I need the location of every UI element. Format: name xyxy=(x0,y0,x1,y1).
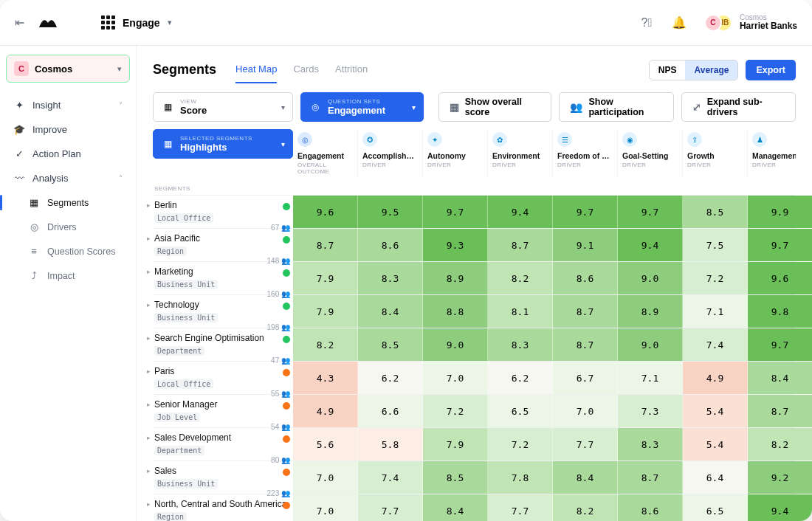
heatmap-cell[interactable]: 8.7 xyxy=(618,461,683,494)
heatmap-cell[interactable]: 6.5 xyxy=(683,494,748,521)
heatmap-cell[interactable]: 9.7 xyxy=(748,229,812,261)
heatmap-cell[interactable]: 7.3 xyxy=(618,395,683,427)
heatmap-cell[interactable]: 7.2 xyxy=(488,428,553,460)
heatmap-cell[interactable]: 8.7 xyxy=(553,295,618,328)
column-header[interactable]: ⇧GrowthDRIVER xyxy=(683,129,748,178)
segment-label[interactable]: ▸SalesBusiness Unit223 👥 xyxy=(153,461,293,494)
heatmap-cell[interactable]: 8.4 xyxy=(423,494,488,521)
nav-impact[interactable]: ⤴Impact xyxy=(6,263,130,288)
heatmap-cell[interactable]: 6.4 xyxy=(683,461,748,494)
column-header[interactable]: ◉Goal-SettingDRIVER xyxy=(618,129,683,178)
column-header[interactable]: ✦AutonomyDRIVER xyxy=(423,129,488,178)
heatmap-cell[interactable]: 5.6 xyxy=(293,428,358,460)
heatmap-cell[interactable]: 9.4 xyxy=(488,196,553,228)
column-header[interactable]: ♟Management SupportDRIVER xyxy=(748,129,796,178)
heatmap-cell[interactable]: 9.7 xyxy=(748,328,812,361)
heatmap-cell[interactable]: 7.7 xyxy=(358,494,423,521)
heatmap-cell[interactable]: 7.9 xyxy=(423,428,488,460)
heatmap-cell[interactable]: 9.4 xyxy=(618,229,683,261)
segment-label[interactable]: ▸ParisLocal Office55 👥 xyxy=(153,362,293,394)
heatmap-cell[interactable]: 7.9 xyxy=(293,295,358,328)
heatmap-cell[interactable]: 9.8 xyxy=(748,295,812,328)
heatmap-cell[interactable]: 8.2 xyxy=(293,328,358,361)
nav-insight[interactable]: ✦Insight˅ xyxy=(6,93,130,117)
expand-subdrivers-button[interactable]: ⤢Expand sub-drivers xyxy=(681,92,796,122)
heatmap-cell[interactable]: 6.7 xyxy=(553,362,618,394)
segment-label[interactable]: ▸Asia PacificRegion148 👥 xyxy=(153,229,293,261)
heatmap-cell[interactable]: 9.2 xyxy=(748,461,812,494)
heatmap-cell[interactable]: 4.3 xyxy=(293,362,358,394)
heatmap-cell[interactable]: 4.9 xyxy=(683,362,748,394)
heatmap-cell[interactable]: 7.4 xyxy=(683,328,748,361)
nav-question-scores[interactable]: ≡Question Scores xyxy=(6,239,130,263)
heatmap-cell[interactable]: 7.0 xyxy=(423,362,488,394)
heatmap-cell[interactable]: 8.8 xyxy=(423,295,488,328)
segment-label[interactable]: ▸Sales DevelopmentDepartment80 👥 xyxy=(153,428,293,460)
heatmap-cell[interactable]: 8.5 xyxy=(683,196,748,228)
export-button[interactable]: Export xyxy=(746,60,796,80)
heatmap-cell[interactable]: 8.3 xyxy=(488,328,553,361)
heatmap-cell[interactable]: 8.4 xyxy=(553,461,618,494)
heatmap-cell[interactable]: 8.3 xyxy=(618,428,683,460)
heatmap-cell[interactable]: 6.6 xyxy=(358,395,423,427)
heatmap-cell[interactable]: 8.3 xyxy=(358,262,423,294)
heatmap-cell[interactable]: 5.4 xyxy=(683,428,748,460)
heatmap-cell[interactable]: 8.6 xyxy=(553,262,618,294)
heatmap-cell[interactable]: 9.0 xyxy=(423,328,488,361)
heatmap-cell[interactable]: 9.7 xyxy=(553,196,618,228)
show-participation-button[interactable]: 👥Show participation xyxy=(559,92,673,122)
heatmap-cell[interactable]: 7.0 xyxy=(293,461,358,494)
view-dropdown[interactable]: ▦ VIEWScore ▾ xyxy=(153,92,293,122)
question-sets-dropdown[interactable]: ◎ QUESTION SETSEngagement ▾ xyxy=(300,92,424,122)
heatmap-cell[interactable]: 8.9 xyxy=(618,295,683,328)
collapse-sidebar-icon[interactable]: ⇤ xyxy=(15,15,24,30)
heatmap-cell[interactable]: 9.7 xyxy=(618,196,683,228)
heatmap-cell[interactable]: 8.7 xyxy=(488,229,553,261)
tab-heat-map[interactable]: Heat Map xyxy=(235,56,277,83)
nav-improve[interactable]: 🎓Improve xyxy=(6,117,130,142)
heatmap-cell[interactable]: 7.2 xyxy=(683,262,748,294)
heatmap-cell[interactable]: 7.8 xyxy=(488,461,553,494)
heatmap-cell[interactable]: 9.0 xyxy=(618,328,683,361)
heatmap-cell[interactable]: 8.4 xyxy=(748,362,812,394)
segment-label[interactable]: ▸Senior ManagerJob Level54 👥 xyxy=(153,395,293,427)
heatmap-cell[interactable]: 8.7 xyxy=(748,395,812,427)
column-header[interactable]: ✿EnvironmentDRIVER xyxy=(488,129,553,178)
nav-action-plan[interactable]: ✓Action Plan xyxy=(6,142,130,166)
score-toggle[interactable]: NPS Average xyxy=(649,60,739,80)
nav-segments[interactable]: ▦Segments xyxy=(6,190,130,215)
nav-analysis[interactable]: 〰Analysis˄ xyxy=(6,166,130,190)
heatmap-cell[interactable]: 7.5 xyxy=(683,229,748,261)
toggle-nps[interactable]: NPS xyxy=(650,61,686,80)
heatmap-cell[interactable]: 7.7 xyxy=(553,428,618,460)
heatmap-cell[interactable]: 9.4 xyxy=(748,494,812,521)
heatmap-cell[interactable]: 9.0 xyxy=(618,262,683,294)
selected-segments-dropdown[interactable]: ▦ SELECTED SEGMENTSHighlights ▾ xyxy=(153,129,293,159)
heatmap-cell[interactable]: 8.2 xyxy=(553,494,618,521)
heatmap-cell[interactable]: 6.2 xyxy=(358,362,423,394)
help-icon[interactable]: ?⃝ xyxy=(639,15,654,30)
heatmap-cell[interactable]: 8.1 xyxy=(488,295,553,328)
heatmap-cell[interactable]: 9.6 xyxy=(748,262,812,294)
heatmap-cell[interactable]: 7.9 xyxy=(293,262,358,294)
heatmap-cell[interactable]: 8.6 xyxy=(618,494,683,521)
heatmap-cell[interactable]: 7.1 xyxy=(618,362,683,394)
column-header[interactable]: ◎EngagementOVERALL OUTCOME xyxy=(293,129,358,178)
toggle-average[interactable]: Average xyxy=(685,61,737,80)
heatmap-cell[interactable]: 9.6 xyxy=(293,196,358,228)
heatmap-cell[interactable]: 7.7 xyxy=(488,494,553,521)
heatmap-cell[interactable]: 9.9 xyxy=(748,196,812,228)
heatmap-cell[interactable]: 9.5 xyxy=(358,196,423,228)
segment-label[interactable]: ▸TechnologyBusiness Unit198 👥 xyxy=(153,295,293,328)
profile-menu[interactable]: HB C Cosmos Harriet Banks xyxy=(704,12,797,34)
heatmap-cell[interactable]: 5.4 xyxy=(683,395,748,427)
heatmap-cell[interactable]: 7.1 xyxy=(683,295,748,328)
heatmap-cell[interactable]: 4.9 xyxy=(293,395,358,427)
segment-label[interactable]: ▸MarketingBusiness Unit160 👥 xyxy=(153,262,293,294)
heatmap-cell[interactable]: 7.0 xyxy=(553,395,618,427)
segment-label[interactable]: ▸BerlinLocal Office67 👥 xyxy=(153,196,293,228)
heatmap-cell[interactable]: 8.9 xyxy=(423,262,488,294)
notifications-icon[interactable]: 🔔 xyxy=(672,15,687,30)
heatmap-cell[interactable]: 8.2 xyxy=(748,428,812,460)
heatmap-cell[interactable]: 6.5 xyxy=(488,395,553,427)
